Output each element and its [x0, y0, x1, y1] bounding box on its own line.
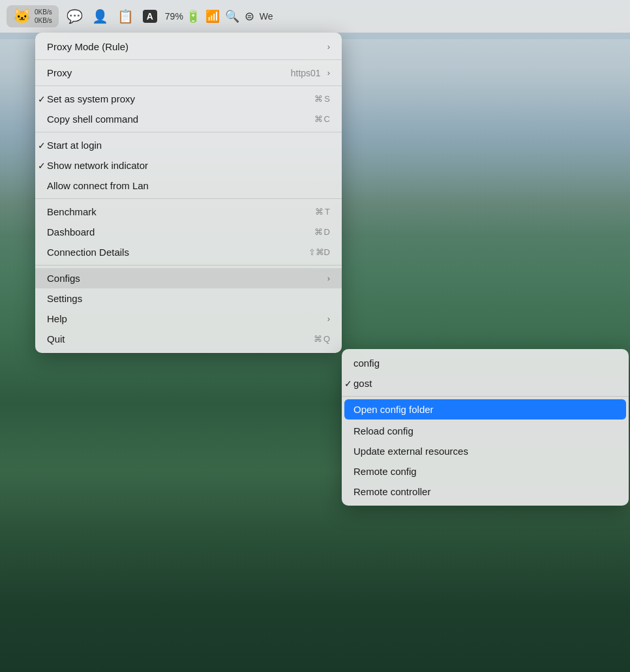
gost-label: gost: [353, 378, 617, 389]
cat-icon: 🐱: [13, 8, 31, 25]
divider-3: [35, 132, 342, 132]
submenu-item-remote-controller[interactable]: Remote controller: [342, 481, 629, 502]
config-label: config: [353, 358, 617, 369]
help-label: Help: [47, 313, 323, 324]
benchmark-label: Benchmark: [47, 206, 315, 217]
copy-shell-shortcut: ⌘C: [314, 114, 330, 124]
submenu-divider: [342, 396, 629, 397]
battery-percentage: 79%: [165, 11, 183, 22]
menu-item-start-login[interactable]: ✓ Start at login: [35, 135, 342, 155]
divider-2: [35, 85, 342, 86]
menu-item-proxy-mode[interactable]: Proxy Mode (Rule) ›: [35, 37, 342, 57]
menu-item-show-network[interactable]: ✓ Show network indicator: [35, 155, 342, 176]
copy-shell-label: Copy shell command: [47, 114, 314, 125]
submenu-item-config[interactable]: config: [342, 353, 629, 373]
wechat-icon[interactable]: 💬: [67, 8, 83, 24]
start-login-check: ✓: [38, 140, 46, 151]
configs-arrow: ›: [327, 273, 330, 283]
menu-item-benchmark[interactable]: Benchmark ⌘T: [35, 202, 342, 222]
submenu-item-reload-config[interactable]: Reload config: [342, 421, 629, 441]
input-method-indicator[interactable]: A: [143, 10, 157, 23]
gost-check: ✓: [344, 378, 352, 389]
cmd-symbol-5: ⌘: [314, 334, 322, 344]
system-proxy-label: Set as system proxy: [47, 93, 314, 104]
dashboard-shortcut: ⌘D: [314, 227, 330, 237]
proxy-mode-label: Proxy Mode (Rule): [47, 41, 323, 52]
menu-item-copy-shell[interactable]: Copy shell command ⌘C: [35, 109, 342, 129]
system-proxy-check: ✓: [38, 94, 46, 104]
connection-details-label: Connection Details: [47, 247, 308, 258]
upload-speed: 0KB/s: [35, 16, 52, 25]
help-arrow: ›: [327, 314, 330, 324]
wifi-icon[interactable]: 📶: [205, 9, 220, 23]
reload-config-label: Reload config: [353, 425, 617, 436]
divider-4: [35, 198, 342, 199]
divider-5: [35, 265, 342, 266]
start-login-label: Start at login: [47, 140, 330, 151]
proxy-arrow: ›: [327, 68, 330, 78]
remote-controller-label: Remote controller: [353, 486, 617, 497]
open-config-folder-label: Open config folder: [353, 404, 617, 415]
update-external-label: Update external resources: [353, 446, 617, 457]
submenu-item-gost[interactable]: ✓ gost: [342, 373, 629, 393]
remote-config-label: Remote config: [353, 466, 617, 477]
menubar-icons: 💬 👤 📋 A: [67, 8, 157, 24]
menu-item-configs[interactable]: Configs ›: [35, 268, 342, 288]
menubar: 🐱 0KB/s 0KB/s 💬 👤 📋 A 79% 🔋 📶 🔍 ⊜ We: [0, 0, 630, 33]
benchmark-shortcut: ⌘T: [315, 207, 330, 217]
show-network-label: Show network indicator: [47, 160, 330, 171]
allow-lan-label: Allow connect from Lan: [47, 180, 330, 191]
battery-icon: 🔋: [186, 9, 200, 23]
download-speed: 0KB/s: [35, 8, 52, 16]
dashboard-label: Dashboard: [47, 226, 314, 237]
speed-indicator: 0KB/s 0KB/s: [35, 8, 52, 25]
app-icon[interactable]: 🐱 0KB/s 0KB/s: [7, 5, 59, 27]
configs-label: Configs: [47, 273, 323, 284]
menu-item-help[interactable]: Help ›: [35, 309, 342, 329]
cmd-symbol: ⌘: [314, 94, 323, 104]
search-icon[interactable]: 🔍: [225, 9, 239, 23]
menu-item-settings[interactable]: Settings: [35, 288, 342, 309]
main-dropdown-menu: Proxy Mode (Rule) › Proxy https01 › ✓ Se…: [35, 33, 342, 353]
menu-item-allow-lan[interactable]: Allow connect from Lan: [35, 176, 342, 196]
quit-label: Quit: [47, 333, 314, 344]
submenu-item-open-config-folder[interactable]: Open config folder: [344, 399, 626, 420]
menu-item-quit[interactable]: Quit ⌘Q: [35, 329, 342, 349]
cmd-symbol-2: ⌘: [314, 114, 323, 124]
person-icon[interactable]: 👤: [92, 8, 108, 24]
settings-label: Settings: [47, 293, 330, 304]
configs-submenu: config ✓ gost Open config folder Reload …: [342, 349, 629, 506]
cmd-symbol-3: ⌘: [315, 207, 323, 217]
cmd-symbol-4: ⌘: [314, 227, 323, 237]
proxy-label: Proxy: [47, 67, 291, 78]
menu-item-set-system-proxy[interactable]: ✓ Set as system proxy ⌘S: [35, 89, 342, 109]
divider-1: [35, 59, 342, 60]
system-proxy-shortcut: ⌘S: [314, 94, 330, 104]
we-label: We: [260, 11, 273, 22]
control-center-icon[interactable]: ⊜: [245, 9, 254, 23]
clipboard-icon[interactable]: 📋: [117, 8, 134, 24]
menu-item-connection-details[interactable]: Connection Details ⇧⌘D: [35, 242, 342, 262]
submenu-item-remote-config[interactable]: Remote config: [342, 461, 629, 481]
proxy-mode-arrow: ›: [327, 42, 330, 52]
show-network-check: ✓: [38, 160, 46, 171]
connection-details-shortcut: ⇧⌘D: [308, 247, 330, 257]
quit-shortcut: ⌘Q: [314, 334, 330, 344]
submenu-item-update-external[interactable]: Update external resources: [342, 441, 629, 461]
menu-item-dashboard[interactable]: Dashboard ⌘D: [35, 222, 342, 242]
battery-section: 79% 🔋: [165, 9, 200, 23]
proxy-value: https01: [291, 68, 321, 78]
menu-item-proxy[interactable]: Proxy https01 ›: [35, 63, 342, 83]
